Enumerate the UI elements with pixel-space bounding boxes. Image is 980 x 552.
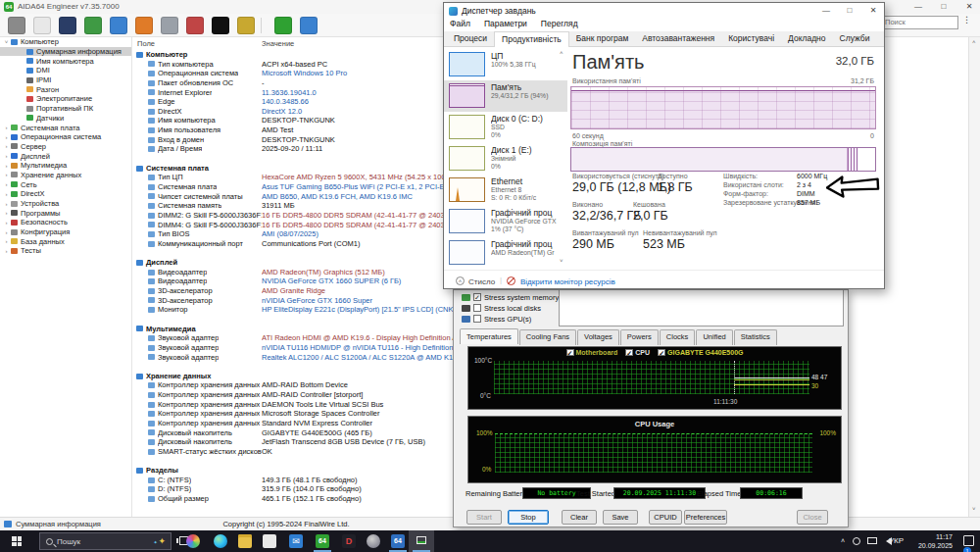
scroll-up-icon[interactable]: ˄ [972,39,976,45]
tree-expander-icon[interactable]: › [2,153,11,159]
perf-sidebar-item-cpu-0[interactable]: ЦП100% 5,38 ГГц [444,49,562,80]
stress-option-row[interactable]: Stress local disks [462,303,541,313]
app-button-store[interactable] [257,530,282,552]
sidebar-item-устройства[interactable]: ›Устройства [0,199,131,209]
sidebar-item-безопасность[interactable]: ›Безопасность [0,218,131,227]
start-button[interactable] [0,530,35,552]
tree-expander-icon[interactable]: ˅ [2,39,11,45]
menu-item-перегляд[interactable]: Перегляд [541,19,578,31]
sidebar-item-системная-плата[interactable]: ›Системная плата [0,123,131,132]
sidebar-item-электропитание[interactable]: Электропитание [0,94,131,104]
tm-close-button[interactable]: ✕ [861,3,885,18]
stress-tab-statistics[interactable]: Statistics [734,329,777,345]
stress-tab-powers[interactable]: Powers [620,329,659,345]
tree-expander-icon[interactable]: › [2,210,11,216]
refresh-icon[interactable] [8,17,25,34]
tree-expander-icon[interactable]: › [2,201,11,207]
menu-item-файл[interactable]: Файл [450,19,470,31]
stress-option-row[interactable]: Stress GPU(s) [462,314,531,324]
scroll-down-icon[interactable]: ˅ [972,506,976,512]
app-button-edge[interactable] [208,530,233,552]
stress-tab-voltages[interactable]: Voltages [577,329,619,345]
tree-expander-icon[interactable]: › [2,229,11,235]
chevron-up-circle-icon[interactable]: ˄ [456,276,465,285]
sidebar-item-разгон[interactable]: Разгон [0,84,131,94]
stress-tab-cooling-fans[interactable]: Cooling Fans [519,329,576,345]
stress-option-row[interactable]: ✓Stress system memory [462,292,559,302]
app-button-file-explorer[interactable] [232,530,258,552]
app-button-task-manager[interactable] [409,530,434,552]
display-icon[interactable] [59,17,76,34]
menu-item-параметри[interactable]: Параметри [484,19,527,31]
update-icon[interactable] [274,17,292,34]
sidebar-item-суммарная-информация[interactable]: Суммарная информация [0,47,131,57]
perf-sidebar-item-disk-2[interactable]: Диск 0 (C: D:)SSD0% [444,112,562,143]
legend-checkbox[interactable]: ✓ [658,349,665,356]
app-button-aida64-blue[interactable]: 64 [385,530,411,552]
fewer-details-toggle[interactable]: Стисло [468,277,495,286]
tab-банк-програм[interactable]: Банк програм [569,31,636,47]
legend-checkbox[interactable]: ✓ [566,349,574,356]
sidebar-item-ipmi[interactable]: IPMI [0,75,131,85]
stress-tab-unified[interactable]: Unified [696,329,732,345]
tray-clock[interactable]: 11:17 20.09.2025 [907,532,953,550]
perf-sidebar-item-gpu-6[interactable]: Графічний процAMD Radeon(TM) Gr [444,237,562,269]
aida-maximize-button[interactable]: □ [932,0,956,13]
sidebar-item-программы[interactable]: ›Программы [0,208,131,218]
sidebar-item-операционная-система[interactable]: ›Операционная система [0,132,131,142]
tm-minimize-button[interactable]: — [814,3,838,18]
tab-докладно[interactable]: Докладно [781,31,832,47]
checkbox[interactable]: ✓ [473,293,481,301]
legend-checkbox[interactable]: ✓ [625,349,633,356]
devices-icon[interactable] [110,17,127,34]
app-button-globe[interactable] [361,530,386,552]
flame-icon[interactable] [135,17,153,34]
tree-expander-icon[interactable]: › [2,163,11,169]
tab-процеси[interactable]: Процеси [447,31,494,47]
benchmark-icon[interactable] [186,17,204,34]
app-button-mail[interactable]: ✉ [283,530,309,552]
aida-search-input[interactable]: Поиск [880,16,958,29]
report-icon[interactable] [33,17,51,34]
app-button-copilot[interactable] [180,530,206,552]
tree-expander-icon[interactable]: › [2,238,11,244]
checkbox[interactable] [473,304,481,312]
preferences-button[interactable]: Preferences [684,510,727,525]
checkbox[interactable] [473,315,481,323]
sidebar-item-датчики[interactable]: Датчики [0,114,131,124]
tree-expander-icon[interactable]: › [2,134,11,140]
aida-minimize-button[interactable]: — [906,0,930,13]
sidebar-item-дисплей[interactable]: ›Дисплей [0,151,131,161]
app-button-daemon-tools[interactable]: D [336,530,362,552]
tree-expander-icon[interactable]: › [2,220,11,226]
tree-expander-icon[interactable]: › [2,143,11,149]
tree-expander-icon[interactable]: › [2,248,11,254]
stress-tab-temperatures[interactable]: Temperatures [460,328,518,344]
gauge-icon[interactable] [237,17,255,34]
tray-network-icon[interactable] [867,537,877,544]
sidebar-item-мультимедиа[interactable]: ›Мультимедиа [0,161,131,171]
perf-sidebar-item-mem-1[interactable]: Пам'ять29,4/31,2 ГБ (94%) [444,80,567,112]
tree-expander-icon[interactable]: › [2,172,11,177]
tray-chevron-up-icon[interactable]: ˄ [841,537,845,544]
sidebar-item-компьютер[interactable]: ˅Компьютер [0,37,131,47]
sidebar-item-тесты[interactable]: ›Тесты [0,246,131,256]
stress-results-list[interactable] [559,290,844,326]
perf-sidebar-item-disk-3[interactable]: Диск 1 (E:)Знімний0% [444,143,562,175]
aida-close-button[interactable]: ✕ [957,0,980,13]
app-button-aida64-green[interactable]: 64 [310,530,335,552]
cpuid-button[interactable]: CPUID [649,510,682,525]
tab-служби[interactable]: Служби [833,31,877,47]
tree-expander-icon[interactable]: › [2,191,11,197]
save-button[interactable]: Save [603,510,638,525]
tray-language-indicator[interactable]: УКР [889,536,904,545]
tree-expander-icon[interactable]: › [2,125,11,130]
tab-автозавантаження[interactable]: Автозавантаження [635,31,721,47]
sidebar-item-сервер[interactable]: ›Сервер [0,142,131,152]
sidebar-item-база-данных[interactable]: ›База данных [0,236,131,246]
perf-sidebar-item-eth-4[interactable]: EthernetEthernet 8S: 0 R: 0 Кбіт/с [444,175,562,206]
stop-button[interactable]: Stop [508,510,549,525]
sidebar-item-сеть[interactable]: ›Сеть [0,179,131,189]
tray-onedrive-icon[interactable] [853,537,860,545]
aida-search-menu-icon[interactable]: ⋮ [962,15,971,25]
